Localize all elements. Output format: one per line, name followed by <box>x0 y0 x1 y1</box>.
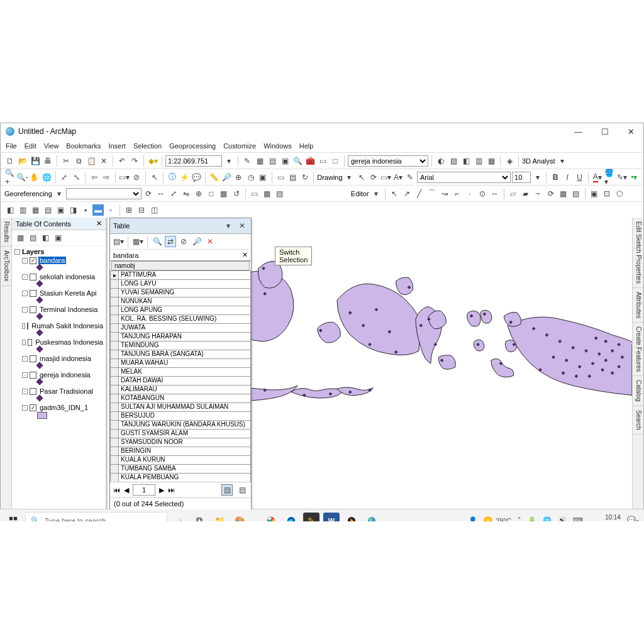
right-angle-icon[interactable]: ⌐ <box>452 188 463 199</box>
table-row[interactable]: LONG APUNG <box>110 306 251 315</box>
rectangle-icon[interactable]: ▭▾ <box>380 172 391 183</box>
nav-first-icon[interactable]: ⏮ <box>113 486 120 494</box>
layer-label[interactable]: Stasiun Kereta Api <box>38 289 98 297</box>
table-row[interactable]: MELAK <box>110 368 251 377</box>
t4-10-icon[interactable]: ⊞ <box>123 204 135 216</box>
layer-checkbox[interactable] <box>30 355 36 362</box>
toc-layer[interactable]: -bandara <box>13 256 104 265</box>
layer-checkbox[interactable] <box>30 274 36 280</box>
layer-expander[interactable]: - <box>22 405 28 411</box>
layer-label[interactable]: Rumah Sakit Indonesia <box>30 322 104 330</box>
related-tables-icon[interactable]: ▦▾ <box>132 236 143 247</box>
zoom-in-icon[interactable]: 🔍+ <box>4 172 15 183</box>
toc-layer[interactable]: -gadm36_IDN_1 <box>13 403 104 412</box>
t4-3-icon[interactable]: ▦ <box>30 204 41 216</box>
scale-input[interactable] <box>165 155 222 167</box>
select-features-icon[interactable]: ▭▾ <box>119 172 130 183</box>
layer-expander[interactable]: - <box>22 372 28 378</box>
bold-button[interactable]: B <box>550 172 560 183</box>
refresh-icon[interactable]: ↻ <box>299 172 310 183</box>
toc-close-icon[interactable]: ✕ <box>96 219 102 228</box>
measure-icon[interactable]: 📏 <box>209 172 219 183</box>
table-dock-icon[interactable]: ▾ <box>223 220 234 231</box>
pointer-icon[interactable]: ↖ <box>149 172 160 183</box>
layout-view-icon[interactable]: ▤ <box>287 172 298 183</box>
toc-layer[interactable]: -Stasiun Kereta Api <box>13 289 104 297</box>
table-row[interactable]: BERSUJUD <box>110 412 251 421</box>
print-icon[interactable]: 🖶 <box>42 155 53 167</box>
delete-icon[interactable]: ✕ <box>98 155 109 167</box>
cut-icon[interactable]: ✂ <box>60 155 72 167</box>
table-row[interactable]: LONG LAYU <box>110 280 251 289</box>
georef-dropdown-icon[interactable]: ▾ <box>53 188 65 199</box>
fill-color-button[interactable]: 🪣▾ <box>604 172 614 183</box>
table-row[interactable]: YUVAI SEMARING <box>110 289 251 297</box>
swipe-icon[interactable]: ▤ <box>274 188 286 199</box>
t4-11-icon[interactable]: ⊟ <box>136 204 147 216</box>
fwd-extent-icon[interactable]: ⇨ <box>101 172 112 183</box>
find-icon[interactable]: 🔎 <box>221 172 231 183</box>
toc-layer[interactable]: -gereja indonesia <box>13 370 104 379</box>
menu-file[interactable]: File <box>6 142 17 150</box>
switch-selection-icon[interactable]: ⇄ <box>165 236 176 247</box>
toc-layer[interactable]: -Rumah Sakit Indonesia <box>13 321 104 330</box>
layer-label[interactable]: sekolah indonesia <box>38 273 96 280</box>
menu-insert[interactable]: Insert <box>108 142 126 150</box>
nav-prev-icon[interactable]: ◀ <box>124 486 129 494</box>
arctoolbox-tab[interactable]: ArcToolbox <box>1 247 11 286</box>
draw-pointer-icon[interactable]: ↖ <box>356 172 367 183</box>
layer-expander[interactable]: - <box>22 307 28 313</box>
georef-flip-icon[interactable]: ⇋ <box>180 188 192 199</box>
split-icon[interactable]: ⫟ <box>533 188 544 199</box>
undo-icon[interactable]: ↶ <box>116 155 128 167</box>
table-row[interactable]: TEMINDUNG <box>110 341 251 350</box>
menu-selection[interactable]: Selection <box>133 142 162 150</box>
layer-checkbox[interactable] <box>30 306 36 313</box>
image-analysis-icon[interactable]: ▦ <box>262 188 273 199</box>
link-table-icon[interactable]: ▦ <box>218 188 230 199</box>
t4-7-icon[interactable]: ▪ <box>80 204 91 216</box>
edit-annotation-icon[interactable]: ↗ <box>401 188 413 199</box>
save-icon[interactable]: 💾 <box>30 155 41 167</box>
t4-4-icon[interactable]: ▤ <box>42 204 53 216</box>
layer-checkbox[interactable] <box>30 257 36 264</box>
full-extent-icon[interactable]: 🌐 <box>42 172 52 183</box>
table-row[interactable]: MUARA WAHAU <box>110 359 251 368</box>
georef-rotate-icon[interactable]: ⟳ <box>143 188 154 199</box>
table-row[interactable]: KOL. RA. BESSING (SELUWING) <box>110 315 251 324</box>
show-all-icon[interactable]: ▤ <box>221 484 233 496</box>
layer-select[interactable]: gereja indonesia <box>348 155 428 167</box>
layer-label[interactable]: Puskesmas Indonesia <box>34 338 104 346</box>
layer-checkbox[interactable] <box>28 339 32 346</box>
create-features-tab[interactable]: Create Features <box>633 323 643 376</box>
end-point-icon[interactable]: ⊙ <box>477 188 488 199</box>
toc-list-drawing-icon[interactable]: ▦ <box>14 232 26 243</box>
table-row[interactable]: NUNUKAN <box>110 297 251 306</box>
table-row[interactable]: TANJUNG BARA (SANGATA) <box>110 350 251 359</box>
toc-layer[interactable]: -sekolah indonesia <box>13 272 104 281</box>
menu-bookmarks[interactable]: Bookmarks <box>66 142 101 150</box>
layer-expander[interactable]: - <box>22 274 28 280</box>
arc-segment-icon[interactable]: ⌒ <box>426 188 438 199</box>
layer-checkbox[interactable] <box>30 404 36 411</box>
straight-segment-icon[interactable]: ╱ <box>414 188 425 199</box>
editor-dropdown-icon[interactable]: ▾ <box>370 188 382 199</box>
toc-list-selection-icon[interactable]: ▣ <box>52 232 64 243</box>
search-tab[interactable]: Search <box>633 406 643 435</box>
layer-expander[interactable]: - <box>22 356 28 362</box>
table-row[interactable]: KOTABANGUN <box>110 394 251 403</box>
viewer-link-icon[interactable]: ▭ <box>249 188 260 199</box>
hyperlink-icon[interactable]: ⚡ <box>179 172 190 183</box>
table-tab-close-icon[interactable]: ✕ <box>242 251 248 259</box>
zoom-out-icon[interactable]: 🔍- <box>16 172 28 183</box>
clear-selection2-icon[interactable]: ⊘ <box>178 236 189 247</box>
pan-icon[interactable]: ✋ <box>29 172 40 183</box>
t4-12-icon[interactable]: ◫ <box>148 204 160 216</box>
scale-dropdown-icon[interactable]: ▾ <box>223 155 235 167</box>
sketch-properties-tab[interactable]: Edit Sketch Properties <box>633 218 643 288</box>
table-row[interactable]: TANJUNG HARAPAN <box>110 333 251 341</box>
edit-vertices2-icon[interactable]: ⊡ <box>601 188 613 199</box>
menu-edit[interactable]: Edit <box>25 142 36 150</box>
table-row[interactable]: TANJUNG WARUKIN (BANDARA KHUSUS) <box>110 421 251 430</box>
font-size-input[interactable] <box>512 172 531 183</box>
